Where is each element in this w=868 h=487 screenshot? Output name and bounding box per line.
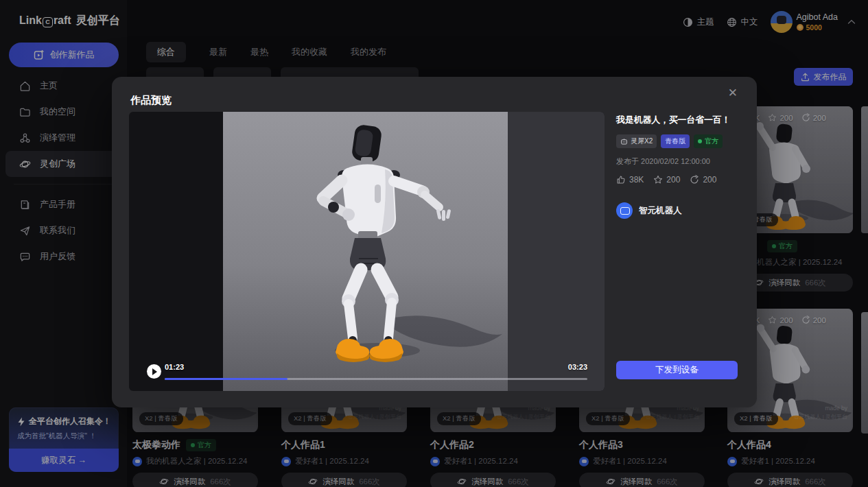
model-tag: 灵犀X2 <box>616 134 657 148</box>
video-frame <box>223 112 508 391</box>
send-to-device-button[interactable]: 下发到设备 <box>616 361 738 379</box>
share-icon <box>690 175 699 185</box>
player-right-panel <box>508 112 605 391</box>
robot-head-icon <box>620 138 628 145</box>
like-count[interactable]: 38K <box>616 175 644 185</box>
work-author[interactable]: 智元机器人 <box>616 202 740 219</box>
work-info-panel: 我是机器人，买一台省一百！ 灵犀X2 青春版 官方 发布于 2020/02/02… <box>616 112 740 391</box>
app-root: LinkCraft 灵创平台 创作新作品 主页 我的空间 演绎管理 灵创广场 <box>0 0 868 487</box>
like-icon <box>616 175 626 185</box>
share-count[interactable]: 200 <box>690 175 716 185</box>
progress-bar[interactable] <box>165 378 587 380</box>
edition-tag: 青春版 <box>661 134 690 148</box>
work-stats: 38K 200 200 <box>616 175 740 185</box>
star-count[interactable]: 200 <box>653 175 680 185</box>
total-duration: 03:23 <box>568 363 587 371</box>
video-player[interactable]: 01:23 03:23 <box>129 112 605 391</box>
progress-fill <box>165 378 288 380</box>
star-icon <box>653 175 663 185</box>
close-icon[interactable]: ✕ <box>728 86 738 100</box>
modal-title: 作品预览 <box>130 94 172 107</box>
play-button[interactable] <box>147 364 161 379</box>
work-title: 我是机器人，买一台省一百！ <box>616 114 740 126</box>
official-tag: 官方 <box>694 134 723 148</box>
author-avatar <box>616 202 633 219</box>
publish-date: 发布于 2020/02/02 12:00:00 <box>616 156 740 167</box>
work-tags: 灵犀X2 青春版 官方 <box>616 134 740 148</box>
current-time: 01:23 <box>165 363 184 371</box>
work-preview-modal: 作品预览 ✕ 01:23 03:23 我是机器人，买一台省一百！ 灵犀X2 青春… <box>112 77 757 407</box>
